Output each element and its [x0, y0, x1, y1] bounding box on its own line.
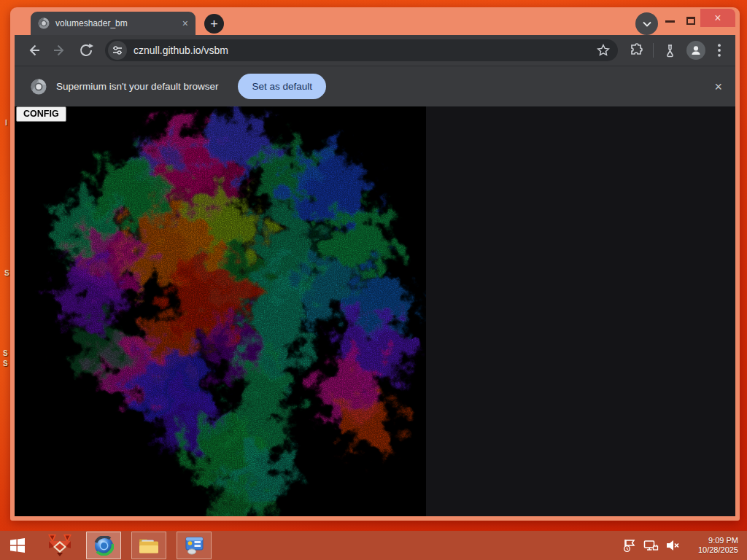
site-info-button[interactable]	[108, 41, 127, 60]
desktop-icon-label-fragment: S	[3, 349, 8, 357]
browser-window: volumeshader_bm × + ×	[10, 7, 740, 521]
back-button[interactable]	[20, 38, 47, 63]
taskbar-fox-app-icon[interactable]	[44, 531, 76, 560]
clock-time: 9:09 PM	[687, 536, 738, 545]
tune-icon	[112, 45, 123, 55]
titlebar[interactable]: volumeshader_bm × + ×	[10, 7, 740, 35]
reload-button[interactable]	[73, 38, 99, 63]
tab-close-icon[interactable]: ×	[182, 18, 188, 28]
menu-button[interactable]	[709, 38, 729, 63]
browser-toolbar: cznull.github.io/vsbm	[15, 35, 735, 66]
taskbar-browser-button[interactable]	[86, 532, 121, 559]
minimize-button[interactable]	[665, 20, 675, 23]
flask-icon	[663, 44, 677, 58]
supermium-browser-icon	[94, 536, 114, 556]
new-tab-button[interactable]: +	[204, 14, 224, 34]
maximize-button[interactable]	[686, 17, 695, 25]
taskbar-file-explorer-button[interactable]	[131, 532, 166, 559]
network-icon[interactable]	[643, 538, 659, 553]
profile-avatar[interactable]	[686, 41, 705, 60]
desktop-icon-label-fragment: S	[4, 269, 9, 277]
clock-date: 10/28/2025	[687, 545, 738, 555]
url-text[interactable]: cznull.github.io/vsbm	[133, 44, 586, 56]
folder-icon	[139, 537, 159, 554]
system-tray	[622, 538, 680, 553]
start-button[interactable]	[1, 531, 34, 560]
action-center-flag-icon[interactable]	[622, 538, 637, 553]
extensions-button[interactable]	[624, 38, 650, 63]
volume-muted-icon[interactable]	[665, 538, 680, 553]
person-icon	[690, 44, 702, 56]
taskbar-system-utility-button[interactable]	[177, 532, 212, 559]
desktop-icon-label-fragment: l	[5, 119, 7, 127]
infobar-close-icon[interactable]: ×	[714, 80, 722, 93]
config-button[interactable]: CONFIG	[16, 106, 66, 122]
tab-favicon	[38, 18, 50, 29]
forward-icon	[52, 42, 68, 58]
chevron-down-icon	[643, 21, 651, 27]
taskbar: 9:09 PM 10/28/2025	[0, 531, 747, 560]
kebab-icon	[718, 44, 721, 57]
taskbar-clock[interactable]: 9:09 PM 10/28/2025	[687, 536, 738, 555]
desktop-icon-label-fragment: S	[3, 359, 8, 368]
tab-volumeshader[interactable]: volumeshader_bm ×	[31, 12, 196, 35]
webgl-canvas[interactable]: CONFIG	[15, 106, 426, 516]
page-background	[426, 106, 735, 516]
window-close-button[interactable]: ×	[700, 9, 735, 27]
windows-logo-icon	[9, 537, 26, 554]
tab-search-button[interactable]	[635, 12, 658, 35]
browser-logo-icon	[31, 79, 47, 95]
settings-panel-icon	[185, 537, 204, 555]
toolbar-divider	[653, 43, 654, 58]
address-bar[interactable]: cznull.github.io/vsbm	[105, 39, 618, 61]
reload-icon	[78, 42, 94, 58]
page-content: CONFIG	[15, 106, 735, 516]
tab-title: volumeshader_bm	[55, 18, 177, 28]
set-as-default-button[interactable]: Set as default	[238, 74, 326, 99]
infobar-message: Supermium isn't your default browser	[56, 81, 218, 92]
forward-button[interactable]	[47, 38, 73, 63]
experiments-button[interactable]	[657, 38, 683, 63]
bookmark-button[interactable]	[592, 38, 614, 63]
default-browser-infobar: Supermium isn't your default browser Set…	[15, 66, 735, 106]
puzzle-icon	[630, 43, 644, 58]
star-icon	[597, 44, 610, 57]
fox-icon	[45, 533, 74, 558]
desktop: l S S S volumeshader_bm × +	[0, 0, 747, 560]
volume-shader-render	[15, 106, 426, 516]
back-icon	[26, 42, 42, 58]
